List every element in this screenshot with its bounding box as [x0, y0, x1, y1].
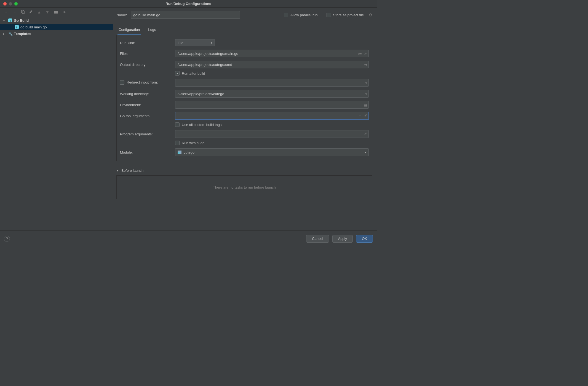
close-window-button[interactable] — [3, 2, 7, 6]
files-label: Files: — [120, 52, 175, 56]
name-row: Name: Allow parallel run Store as projec… — [116, 10, 372, 19]
cancel-button[interactable]: Cancel — [306, 235, 329, 243]
run-sudo-label: Run with sudo — [182, 141, 204, 145]
redirect-input-row: Redirect input from: 🗁 — [120, 79, 369, 87]
sort-icon[interactable]: ↓a — [62, 10, 66, 14]
chevron-right-icon: ▸ — [3, 32, 7, 35]
wrench-icon: 🔧 — [8, 32, 12, 36]
tab-configuration[interactable]: Configuration — [117, 25, 141, 35]
checkbox-icon — [175, 141, 180, 145]
use-custom-tags-label: Use all custom build tags — [182, 123, 222, 127]
add-config-icon[interactable]: ＋ — [4, 10, 8, 14]
files-input[interactable] — [175, 50, 369, 57]
remove-config-icon[interactable]: － — [12, 10, 17, 14]
edit-defaults-icon[interactable] — [29, 10, 33, 14]
module-row: Module: cutego ▾ — [120, 148, 369, 156]
help-button[interactable]: ? — [4, 236, 10, 242]
output-dir-row: Output directory: 🗁 — [120, 61, 369, 68]
configuration-form: Run kind: File Files: 🗁 ⤢ — [116, 35, 372, 161]
config-tabs: Configuration Logs — [116, 25, 372, 35]
chevron-down-icon: ▼ — [116, 169, 119, 172]
before-launch-section: ▼ Before launch There are no tasks to ru… — [116, 168, 372, 199]
tree-item-go-build[interactable]: ▾ g Go Build — [0, 17, 113, 24]
before-launch-header[interactable]: ▼ Before launch — [116, 168, 372, 173]
chevron-down-icon: ▾ — [3, 19, 7, 22]
tree-item-templates[interactable]: ▸ 🔧 Templates — [0, 30, 113, 37]
go-tool-args-input[interactable] — [175, 112, 369, 120]
copy-config-icon[interactable] — [20, 10, 25, 14]
left-panel: ＋ － ▲ ▼ ↓a ▾ g Go Build g go build — [0, 8, 113, 230]
go-tool-args-row: Go tool arguments: ＋ ⤢ — [120, 112, 369, 120]
apply-button[interactable]: Apply — [332, 235, 353, 243]
name-label: Name: — [116, 13, 127, 17]
browse-folder-icon[interactable]: 🗁 — [364, 63, 367, 67]
use-custom-tags-row: Use all custom build tags — [120, 122, 369, 127]
checkbox-icon — [175, 122, 180, 127]
config-toolbar: ＋ － ▲ ▼ ↓a — [0, 8, 113, 16]
browse-folder-icon[interactable]: 🗁 — [364, 92, 367, 96]
config-tree: ▾ g Go Build g go build main.go ▸ 🔧 Temp… — [0, 16, 113, 230]
module-value: cutego — [184, 150, 194, 154]
window-controls — [0, 2, 18, 6]
run-sudo-checkbox[interactable]: Run with sudo — [175, 141, 204, 145]
move-up-icon[interactable]: ▲ — [37, 10, 41, 14]
module-folder-icon — [178, 151, 181, 154]
output-dir-label: Output directory: — [120, 63, 175, 67]
browse-folder-icon[interactable]: 🗁 — [364, 81, 367, 85]
move-down-icon[interactable]: ▼ — [45, 10, 50, 14]
maximize-window-button[interactable] — [14, 2, 18, 6]
ok-button[interactable]: OK — [356, 235, 373, 243]
run-kind-value: File — [178, 41, 183, 45]
working-dir-label: Working directory: — [120, 92, 175, 96]
run-after-build-label: Run after build — [182, 71, 205, 76]
run-kind-row: Run kind: File — [120, 39, 369, 46]
tree-label: Templates — [14, 32, 31, 36]
store-project-checkbox[interactable]: Store as project file — [327, 13, 364, 17]
checkbox-icon — [120, 80, 124, 85]
redirect-input-field[interactable] — [175, 79, 369, 87]
folder-action-icon[interactable] — [54, 10, 58, 14]
expand-icon[interactable]: ⤢ — [364, 52, 367, 56]
environment-input[interactable] — [175, 101, 369, 109]
working-dir-row: Working directory: 🗁 — [120, 90, 369, 98]
before-launch-empty-text: There are no tasks to run before launch — [213, 185, 276, 189]
module-label: Module: — [120, 150, 175, 154]
expand-icon[interactable]: ⤢ — [364, 113, 367, 118]
add-icon[interactable]: ＋ — [358, 113, 362, 118]
program-args-label: Program arguments: — [120, 132, 175, 136]
checkbox-icon — [327, 13, 331, 17]
allow-parallel-checkbox[interactable]: Allow parallel run — [284, 13, 318, 17]
tab-logs[interactable]: Logs — [147, 25, 157, 35]
checkbox-checked-icon — [175, 71, 180, 76]
tree-label: go build main.go — [20, 25, 47, 29]
add-icon[interactable]: ＋ — [358, 132, 362, 136]
gear-icon[interactable]: ⚙ — [369, 13, 372, 17]
go-icon: g — [8, 18, 12, 22]
run-kind-label: Run kind: — [120, 41, 175, 45]
program-args-row: Program arguments: ＋ ⤢ — [120, 130, 369, 138]
browse-folder-icon[interactable]: 🗁 — [358, 52, 362, 56]
expand-icon[interactable]: ⤢ — [364, 132, 367, 136]
environment-row: Environment: ▤ — [120, 101, 369, 109]
environment-label: Environment: — [120, 103, 175, 107]
redirect-input-label: Redirect input from: — [127, 80, 158, 84]
titlebar: Run/Debug Configurations — [0, 0, 377, 8]
redirect-input-checkbox[interactable]: Redirect input from: — [120, 80, 158, 85]
window-title: Run/Debug Configurations — [165, 2, 211, 6]
list-edit-icon[interactable]: ▤ — [364, 103, 367, 107]
chevron-down-icon: ▾ — [365, 151, 366, 154]
run-after-build-row: Run after build — [120, 71, 369, 76]
tree-item-go-build-main[interactable]: g go build main.go — [0, 24, 113, 30]
use-custom-tags-checkbox[interactable]: Use all custom build tags — [175, 122, 222, 127]
run-after-build-checkbox[interactable]: Run after build — [175, 71, 205, 76]
run-sudo-row: Run with sudo — [120, 141, 369, 145]
run-kind-dropdown[interactable]: File — [175, 39, 215, 46]
output-dir-input[interactable] — [175, 61, 369, 68]
module-dropdown[interactable]: cutego ▾ — [175, 148, 369, 156]
name-input[interactable] — [131, 11, 240, 19]
working-dir-input[interactable] — [175, 90, 369, 98]
go-tool-args-label: Go tool arguments: — [120, 114, 175, 118]
program-args-input[interactable] — [175, 130, 369, 138]
minimize-window-button[interactable] — [9, 2, 12, 6]
tree-label: Go Build — [14, 18, 29, 23]
